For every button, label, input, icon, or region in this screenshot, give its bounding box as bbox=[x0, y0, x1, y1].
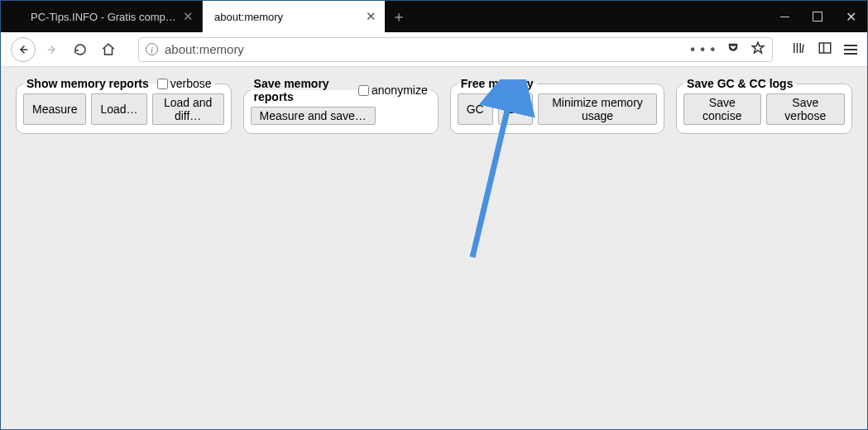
close-tab-icon[interactable]: ✕ bbox=[183, 9, 194, 24]
save-logs-legend-text: Save GC & CC logs bbox=[687, 77, 793, 90]
page-content: Show memory reports verbose Measure Load… bbox=[1, 67, 867, 429]
save-logs-legend: Save GC & CC logs bbox=[683, 77, 796, 90]
back-button[interactable] bbox=[11, 37, 36, 62]
url-bar[interactable]: i about:memory • • • bbox=[138, 37, 773, 62]
load-button[interactable]: Load… bbox=[91, 93, 146, 125]
save-verbose-button[interactable]: Save verbose bbox=[766, 93, 845, 125]
library-icon[interactable] bbox=[791, 41, 806, 59]
close-tab-icon[interactable]: ✕ bbox=[366, 9, 376, 24]
window-controls: ✕ bbox=[768, 1, 867, 32]
show-memory-legend: Show memory reports verbose bbox=[23, 77, 215, 90]
free-memory-legend: Free memory bbox=[458, 77, 537, 90]
menu-button[interactable] bbox=[844, 45, 857, 55]
save-memory-section: Save memory reports anonymize Measure an… bbox=[243, 77, 439, 134]
url-text: about:memory bbox=[165, 42, 683, 56]
bookmark-star-icon[interactable] bbox=[751, 41, 765, 59]
anonymize-checkbox-label[interactable]: anonymize bbox=[358, 84, 428, 97]
verbose-label-text: verbose bbox=[170, 77, 212, 90]
window-close-button[interactable]: ✕ bbox=[834, 1, 867, 32]
reload-button[interactable] bbox=[69, 38, 92, 61]
window-maximize-button[interactable] bbox=[801, 1, 834, 32]
tab-ghost-space bbox=[1, 1, 21, 14]
site-info-icon[interactable]: i bbox=[146, 43, 158, 55]
save-concise-button[interactable]: Save concise bbox=[683, 93, 760, 125]
anonymize-label-text: anonymize bbox=[372, 84, 428, 97]
tab-inactive-title: PC-Tips.INFO - Gratis computer tip… bbox=[31, 11, 176, 23]
page-actions-icon[interactable]: • • • bbox=[690, 42, 716, 57]
tab-strip: PC-Tips.INFO - Gratis computer tip… ✕ ab… bbox=[1, 1, 867, 32]
show-memory-section: Show memory reports verbose Measure Load… bbox=[16, 77, 232, 134]
new-tab-button[interactable]: ＋ bbox=[385, 1, 413, 32]
reload-icon bbox=[73, 42, 88, 57]
arrow-left-icon bbox=[16, 42, 31, 57]
cc-button[interactable]: CC bbox=[498, 93, 533, 125]
gc-button[interactable]: GC bbox=[458, 93, 493, 125]
verbose-checkbox-label[interactable]: verbose bbox=[157, 77, 212, 90]
nav-toolbar: i about:memory • • • bbox=[1, 32, 867, 67]
load-diff-button[interactable]: Load and diff… bbox=[152, 93, 224, 125]
home-button[interactable] bbox=[97, 38, 120, 61]
free-memory-section: Free memory GC CC Minimize memory usage bbox=[450, 77, 664, 134]
measure-button[interactable]: Measure bbox=[23, 93, 86, 125]
toolbar-right bbox=[791, 41, 857, 59]
arrow-right-icon bbox=[45, 42, 60, 57]
tab-active[interactable]: about:memory ✕ bbox=[203, 1, 385, 32]
save-memory-legend-text: Save memory reports bbox=[254, 77, 350, 103]
forward-button[interactable] bbox=[41, 38, 64, 61]
sidebar-icon[interactable] bbox=[818, 41, 832, 59]
home-icon bbox=[101, 42, 116, 57]
urlbar-actions: • • • bbox=[690, 41, 765, 59]
save-logs-section: Save GC & CC logs Save concise Save verb… bbox=[676, 77, 852, 134]
verbose-checkbox[interactable] bbox=[157, 79, 168, 89]
minimize-memory-button[interactable]: Minimize memory usage bbox=[538, 93, 657, 125]
free-memory-legend-text: Free memory bbox=[461, 77, 534, 90]
pocket-icon[interactable] bbox=[726, 41, 741, 59]
svg-rect-0 bbox=[819, 43, 831, 53]
window-minimize-button[interactable] bbox=[768, 1, 801, 32]
save-memory-legend: Save memory reports anonymize bbox=[251, 77, 431, 103]
tab-active-title: about:memory bbox=[214, 11, 359, 23]
show-memory-legend-text: Show memory reports bbox=[26, 77, 149, 90]
tab-inactive[interactable]: PC-Tips.INFO - Gratis computer tip… ✕ bbox=[21, 1, 203, 32]
measure-save-button[interactable]: Measure and save… bbox=[251, 107, 376, 125]
anonymize-checkbox[interactable] bbox=[358, 85, 369, 96]
